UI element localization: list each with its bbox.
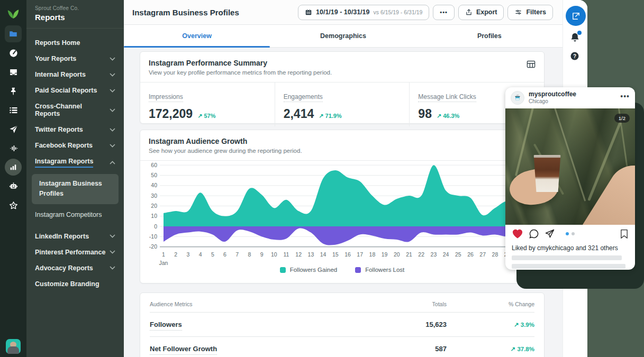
compose-icon	[572, 12, 580, 21]
svg-text:23: 23	[431, 251, 437, 258]
svg-text:10: 10	[271, 251, 277, 258]
notifications-button[interactable]	[569, 32, 580, 45]
filters-button[interactable]: Filters	[507, 5, 553, 20]
summary-title: Instagram Performance Summary	[149, 59, 536, 67]
sidebar-item-your-reports[interactable]: Your Reports	[26, 51, 124, 67]
sidebar-item-instagram-business-profiles[interactable]: Instagram Business Profiles	[32, 174, 119, 204]
svg-text:24: 24	[443, 251, 449, 258]
sidebar-item-internal-reports[interactable]: Internal Reports	[26, 67, 124, 83]
export-button[interactable]: Export	[458, 5, 504, 20]
compare-range-value: vs 6/15/19 - 6/31/19	[374, 9, 423, 15]
sidebar-item-facebook-reports[interactable]: Facebook Reports	[26, 138, 124, 153]
metric-label[interactable]: Engagements	[284, 93, 323, 102]
chevron-down-icon	[110, 108, 115, 112]
tab-overview[interactable]: Overview	[124, 25, 270, 47]
more-options-button[interactable]: •••	[433, 5, 455, 20]
instagram-avatar[interactable]	[511, 91, 524, 105]
svg-text:0: 0	[154, 223, 157, 230]
compose-button[interactable]	[566, 6, 586, 26]
help-button[interactable]: ?	[569, 51, 580, 63]
tab-demographics[interactable]: Demographics	[270, 25, 416, 47]
svg-text:15: 15	[332, 251, 339, 258]
rail-folder-item[interactable]	[0, 24, 26, 43]
sidebar-item-instagram-reports[interactable]: Instagram Reports	[26, 153, 124, 172]
svg-text:-20: -20	[149, 243, 157, 250]
pin-icon[interactable]	[0, 81, 26, 100]
svg-text:19: 19	[382, 251, 388, 258]
legend-followers-gained[interactable]: Followers Gained	[280, 267, 337, 273]
ellipsis-icon: •••	[440, 9, 448, 15]
sidebar-item-twitter-reports[interactable]: Twitter Reports	[26, 122, 124, 138]
sprout-logo-icon[interactable]	[0, 0, 26, 24]
waveform-icon[interactable]	[0, 139, 26, 158]
svg-text:10: 10	[151, 213, 157, 219]
sidebar-item-instagram-competitors[interactable]: Instagram Competitors	[26, 206, 124, 223]
instagram-username[interactable]: mysproutcoffee	[529, 90, 616, 98]
metric-delta: ↗ 57%	[197, 113, 215, 120]
svg-text:17: 17	[357, 251, 363, 258]
svg-text:60: 60	[151, 163, 157, 168]
svg-text:11: 11	[284, 251, 289, 258]
sidebar-item-customize-branding[interactable]: Customize Branding	[26, 276, 124, 292]
chevron-down-icon	[110, 57, 115, 61]
col-audience-metrics: Audience Metrics	[150, 301, 383, 307]
table-row-net-follower-growth[interactable]: Net Follower Growth 587 ↗ 37.8%	[150, 337, 534, 357]
instagram-location[interactable]: Chicago	[529, 98, 616, 105]
svg-text:26: 26	[467, 251, 474, 258]
svg-text:25: 25	[455, 251, 461, 258]
org-name: Sprout Coffee Co.	[35, 5, 115, 11]
rail-reports-item[interactable]	[0, 158, 26, 177]
coffee-cup-icon	[514, 94, 521, 102]
date-range-button[interactable]: 10/1/19 - 10/31/19 vs 6/15/19 - 6/31/19	[298, 5, 429, 20]
reports-sidebar: Sprout Coffee Co. Reports Reports Home Y…	[26, 0, 124, 357]
summary-subtitle: View your key profile performance metric…	[149, 69, 536, 76]
metric-label[interactable]: Impressions	[149, 93, 183, 102]
chevron-down-icon	[110, 144, 115, 148]
user-avatar[interactable]	[6, 339, 21, 354]
send-icon[interactable]	[0, 120, 26, 139]
date-range-value: 10/1/19 - 10/31/19	[316, 8, 369, 16]
audience-metrics-table-card: Audience Metrics Totals % Change Followe…	[140, 292, 545, 357]
sidebar-item-cross-channel-reports[interactable]: Cross-Channel Reports	[26, 98, 124, 122]
comment-icon[interactable]	[529, 228, 539, 239]
bookmark-icon[interactable]	[620, 229, 629, 239]
sidebar-item-linkedin-reports[interactable]: LinkedIn Reports	[26, 228, 124, 244]
bot-icon[interactable]	[0, 177, 26, 196]
liked-by-text[interactable]: Liked by cmykchicago and 321 others	[505, 243, 635, 252]
table-row-followers[interactable]: Followers 15,623 ↗ 3.9%	[150, 313, 534, 337]
gained-swatch	[280, 267, 286, 273]
chevron-down-icon	[110, 250, 115, 254]
metric-label[interactable]: Message Link Clicks	[418, 93, 476, 102]
chevron-down-icon	[110, 73, 115, 77]
growth-card-header: Instagram Audience Growth See how your a…	[140, 130, 544, 161]
inbox-icon[interactable]	[0, 62, 26, 81]
list-icon[interactable]	[0, 100, 26, 120]
chevron-down-icon	[110, 89, 115, 93]
sidebar-item-pinterest-performance[interactable]: Pinterest Performance	[26, 244, 124, 260]
summary-metrics: Impressions 172,209↗ 57% Engagements 2,4…	[140, 83, 544, 126]
post-more-icon[interactable]: •••	[620, 92, 630, 104]
filters-icon	[514, 8, 522, 16]
svg-text:5: 5	[211, 251, 214, 258]
sidebar-item-reports-home[interactable]: Reports Home	[26, 35, 124, 51]
legend-followers-lost[interactable]: Followers Lost	[355, 267, 404, 273]
instagram-identity: mysproutcoffee Chicago	[529, 90, 616, 105]
chevron-down-icon	[110, 234, 115, 238]
tab-profiles[interactable]: Profiles	[416, 25, 563, 47]
sidebar-item-advocacy-reports[interactable]: Advocacy Reports	[26, 260, 124, 276]
svg-text:50: 50	[151, 172, 157, 178]
sidebar-item-paid-social-reports[interactable]: Paid Social Reports	[26, 83, 124, 98]
star-icon[interactable]	[0, 196, 26, 215]
row-change: ↗ 37.8%	[447, 345, 534, 353]
audience-growth-chart[interactable]: -20-100102030405060123456789101112131415…	[146, 163, 538, 269]
row-metric-label[interactable]: Followers	[150, 321, 182, 331]
gauge-icon[interactable]	[0, 43, 26, 62]
row-metric-label[interactable]: Net Follower Growth	[150, 345, 217, 355]
performance-summary-card: Instagram Performance Summary View your …	[140, 51, 545, 124]
table-view-icon[interactable]	[527, 60, 536, 70]
report-header: Instagram Business Profiles 10/1/19 - 10…	[124, 0, 563, 25]
svg-text:16: 16	[344, 251, 351, 258]
like-heart-icon[interactable]	[512, 228, 523, 239]
svg-text:21: 21	[406, 251, 412, 258]
share-icon[interactable]	[545, 228, 555, 239]
